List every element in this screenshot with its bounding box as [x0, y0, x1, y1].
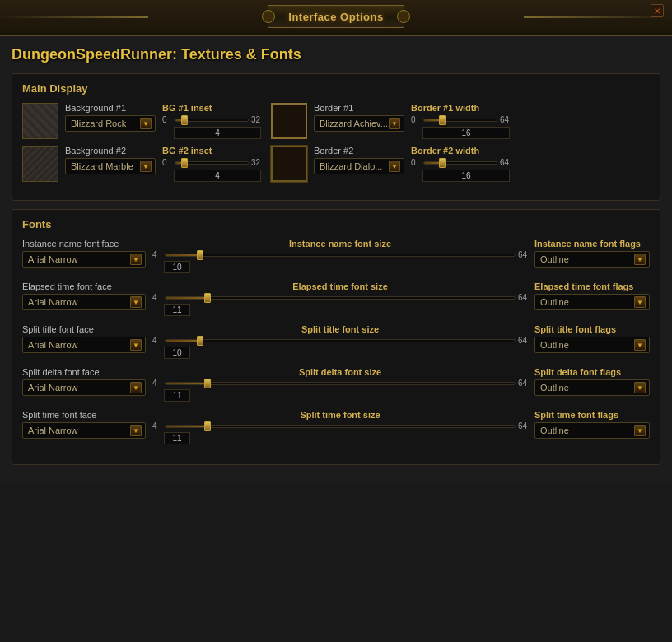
font-size-group-2: Split title font size 4 64 10: [152, 324, 528, 359]
font-face-dropdown-1[interactable]: Arial Narrow ▼: [22, 294, 146, 310]
font-face-arrow-4: ▼: [130, 425, 142, 436]
font-face-value-2: Arial Narrow: [28, 340, 130, 350]
border2-width-value: 16: [422, 170, 510, 182]
font-size-max-3: 64: [518, 379, 528, 388]
font-face-dropdown-0[interactable]: Arial Narrow ▼: [22, 251, 146, 268]
border2-width-field: Border #2 width 0 64 16: [411, 146, 510, 182]
bg2-inset-label: BG #2 inset: [162, 146, 261, 156]
font-flags-arrow-2: ▼: [634, 339, 646, 351]
font-flags-group-3: Split delta font flags Outline ▼: [534, 367, 650, 396]
border1-field: Border #1 Blizzard Achiev... ▼: [314, 103, 404, 132]
font-flags-arrow-0: ▼: [634, 254, 646, 265]
fonts-rows: Instance name font face Arial Narrow ▼ I…: [22, 239, 650, 444]
font-size-slider-0[interactable]: 4 64: [152, 250, 528, 259]
border1-width-field: Border #1 width 0 64 16: [411, 103, 510, 139]
font-face-value-1: Arial Narrow: [28, 297, 130, 307]
font-face-dropdown-2[interactable]: Arial Narrow ▼: [22, 337, 146, 353]
bg1-inset-max: 32: [251, 115, 261, 124]
font-size-value-4: 11: [164, 432, 190, 444]
border1-width-min: 0: [411, 115, 421, 124]
font-size-label-4: Split time font size: [152, 410, 528, 420]
bg1-inset-slider[interactable]: 0 32: [162, 115, 261, 124]
font-size-group-0: Instance name font size 4 64 10: [152, 239, 528, 273]
font-size-slider-2[interactable]: 4 64: [152, 336, 528, 345]
font-size-slider-3[interactable]: 4 64: [152, 379, 528, 388]
font-size-track-4[interactable]: [165, 425, 516, 428]
border2-width-track[interactable]: [423, 161, 497, 165]
border2-width-slider[interactable]: 0 64: [411, 158, 510, 167]
fonts-title: Fonts: [22, 218, 650, 230]
bg2-inset-min: 0: [162, 158, 172, 167]
font-size-value-0: 10: [164, 261, 190, 273]
font-size-track-1[interactable]: [165, 296, 516, 300]
border1-width-value: 16: [422, 127, 510, 139]
font-size-track-0[interactable]: [165, 254, 516, 257]
font-face-label-4: Split time font face: [22, 410, 146, 420]
bg1-label: Background #1: [65, 103, 156, 113]
font-flags-dropdown-0[interactable]: Outline ▼: [534, 251, 650, 268]
font-flags-label-2: Split title font flags: [534, 324, 650, 334]
font-flags-value-3: Outline: [540, 383, 634, 393]
font-size-min-4: 4: [152, 421, 162, 430]
font-size-value-2: 10: [164, 347, 190, 359]
bg1-preview: [22, 103, 58, 139]
font-size-group-3: Split delta font size 4 64 11: [152, 367, 528, 402]
main-display-title: Main Display: [22, 82, 650, 95]
bg1-inset-track[interactable]: [175, 119, 249, 122]
bg2-label: Background #2: [65, 146, 156, 156]
border2-dropdown[interactable]: Blizzard Dialo... ▼: [314, 158, 404, 174]
font-face-dropdown-4[interactable]: Arial Narrow ▼: [22, 422, 146, 439]
font-face-dropdown-3[interactable]: Arial Narrow ▼: [22, 379, 146, 396]
font-flags-dropdown-4[interactable]: Outline ▼: [534, 422, 650, 439]
font-size-max-4: 64: [518, 421, 528, 430]
border1-dropdown[interactable]: Blizzard Achiev... ▼: [314, 115, 404, 132]
border1-label: Border #1: [314, 103, 404, 113]
bg2-inset-slider[interactable]: 0 32: [162, 158, 261, 167]
bg1-inset-label: BG #1 inset: [162, 103, 261, 113]
border1-preview: [271, 103, 307, 139]
bg2-dropdown[interactable]: Blizzard Marble ▼: [65, 158, 156, 174]
font-flags-dropdown-3[interactable]: Outline ▼: [534, 379, 650, 396]
font-size-group-4: Split time font size 4 64 11: [152, 410, 528, 444]
font-flags-arrow-3: ▼: [634, 382, 646, 393]
font-flags-value-1: Outline: [540, 297, 634, 307]
font-flags-label-0: Instance name font flags: [534, 239, 650, 249]
font-face-label-0: Instance name font face: [22, 239, 146, 249]
window-title: Interface Options: [288, 11, 383, 23]
font-size-track-2[interactable]: [165, 339, 516, 342]
font-face-arrow-3: ▼: [130, 382, 142, 393]
font-size-value-1: 11: [164, 304, 190, 316]
font-size-min-0: 4: [152, 250, 162, 259]
bg2-inset-track[interactable]: [175, 161, 249, 165]
fonts-panel: Fonts Instance name font face Arial Narr…: [12, 209, 660, 465]
font-face-value-0: Arial Narrow: [28, 254, 130, 264]
border1-width-track[interactable]: [423, 119, 497, 122]
bg1-inset-field: BG #1 inset 0 32 4: [162, 103, 261, 139]
bg1-field: Background #1 Blizzard Rock ▼: [65, 103, 156, 132]
bg1-dropdown[interactable]: Blizzard Rock ▼: [65, 115, 156, 132]
font-size-label-3: Split delta font size: [152, 367, 528, 377]
border1-width-slider[interactable]: 0 64: [411, 115, 510, 124]
border2-label: Border #2: [314, 146, 404, 156]
bg1-arrow: ▼: [140, 118, 152, 129]
bg2-row: Background #2 Blizzard Marble ▼ BG #2 in…: [22, 146, 650, 182]
bg2-field: Background #2 Blizzard Marble ▼: [65, 146, 156, 174]
main-display-panel: Main Display Background #1 Blizzard Rock…: [12, 73, 660, 201]
font-flags-dropdown-1[interactable]: Outline ▼: [534, 294, 650, 310]
font-face-label-2: Split title font face: [22, 324, 146, 334]
font-flags-label-1: Elapsed time font flags: [534, 281, 650, 291]
font-size-track-3[interactable]: [165, 382, 516, 385]
font-flags-arrow-1: ▼: [634, 296, 646, 308]
font-flags-dropdown-2[interactable]: Outline ▼: [534, 337, 650, 353]
font-size-group-1: Elapsed time font size 4 64 11: [152, 281, 528, 316]
main-content: DungeonSpeedRunner: Textures & Fonts Mai…: [0, 36, 672, 483]
section-name: : Textures & Fonts: [172, 46, 301, 63]
addon-name: DungeonSpeedRunner: [12, 46, 172, 63]
font-row-4: Split time font face Arial Narrow ▼ Spli…: [22, 410, 650, 444]
close-button[interactable]: ✕: [651, 4, 664, 17]
font-size-slider-1[interactable]: 4 64: [152, 293, 528, 302]
font-size-slider-4[interactable]: 4 64: [152, 421, 528, 430]
border2-width-max: 64: [500, 158, 510, 167]
font-face-label-3: Split delta font face: [22, 367, 146, 377]
bg2-inset-max: 32: [251, 158, 261, 167]
